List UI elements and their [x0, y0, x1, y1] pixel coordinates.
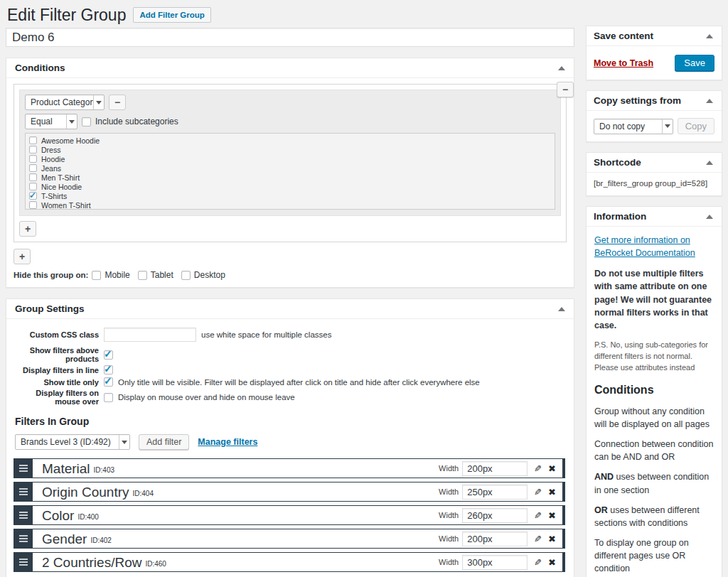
add-section-button[interactable]: + [14, 249, 31, 264]
collapse-icon[interactable] [706, 34, 713, 38]
width-input[interactable] [462, 485, 528, 500]
custom-css-input[interactable] [104, 328, 196, 342]
filter-id: ID:400 [77, 513, 98, 521]
drag-handle-icon[interactable] [14, 459, 33, 478]
category-item: Dress [29, 145, 551, 154]
edit-icon[interactable] [534, 558, 542, 567]
copy-from-select[interactable]: Do not copy [594, 119, 673, 134]
category-checkbox[interactable] [29, 173, 37, 181]
category-list: Awesome Hoodie Dress Hoodie Jeans [25, 133, 555, 210]
remove-section-button[interactable]: − [557, 82, 574, 97]
filter-row-material: Material ID:403 Width [14, 458, 565, 478]
hide-desktop-checkbox[interactable] [181, 271, 191, 280]
width-input[interactable] [462, 555, 528, 570]
add-filter-button[interactable]: Add filter [139, 434, 189, 450]
conditions-header: Conditions [6, 58, 574, 78]
save-content-box: Save content Move to Trash Save [586, 26, 722, 80]
filter-row-color: Color ID:400 Width [14, 505, 565, 525]
drag-handle-icon[interactable] [14, 506, 33, 524]
info-ps: P.S. No, using sub-categories for differ… [594, 340, 714, 374]
collapse-icon[interactable] [558, 66, 565, 70]
custom-css-row: Custom CSS class use white space for mul… [14, 328, 567, 342]
remove-icon[interactable] [548, 511, 556, 520]
filter-id: ID:403 [94, 466, 114, 474]
drag-handle-icon[interactable] [14, 553, 33, 571]
chevron-down-icon [93, 95, 104, 109]
category-checkbox[interactable] [29, 146, 37, 153]
copy-settings-header: Copy settings from [587, 91, 722, 111]
page-title: Edit Filter Group [7, 7, 126, 23]
filter-id: ID:402 [90, 536, 111, 544]
copy-button[interactable]: Copy [678, 118, 714, 134]
operator-select[interactable]: Equal [25, 114, 77, 129]
setting-row: Show filters above products [14, 346, 567, 363]
remove-icon[interactable] [548, 464, 556, 473]
hide-group-label: Hide this group on: [14, 271, 88, 279]
category-checkbox[interactable] [29, 155, 37, 163]
setting-row: Show title only Only title will be visib… [14, 377, 567, 387]
drag-handle-icon[interactable] [14, 482, 33, 501]
setting-row: Display filters in line [14, 365, 567, 375]
filter-id: ID:460 [145, 560, 166, 568]
category-checkbox[interactable] [29, 192, 37, 200]
display-filters-inline-checkbox[interactable] [104, 365, 113, 374]
save-button[interactable]: Save [675, 55, 714, 71]
conditions-metabox: Conditions − Product Category − [6, 58, 574, 288]
width-input[interactable] [462, 508, 528, 523]
add-condition-button[interactable]: + [19, 221, 36, 237]
filter-select[interactable]: Brands Level 3 (ID:492) [15, 434, 130, 450]
info-paragraph: OR uses between different sections with … [594, 504, 714, 529]
information-box: Information Get more information on BeRo… [586, 206, 722, 577]
edit-icon[interactable] [534, 487, 542, 497]
collapse-icon[interactable] [706, 161, 713, 165]
add-filter-group-button[interactable]: Add Filter Group [133, 7, 210, 23]
hide-group-row: Hide this group on: Mobile Tablet Deskto… [14, 270, 567, 280]
drag-handle-icon[interactable] [14, 529, 33, 548]
filter-row-gender: Gender ID:402 Width [14, 529, 565, 549]
width-input[interactable] [462, 532, 528, 546]
page-header: Edit Filter Group Add Filter Group [6, 4, 574, 26]
filter-row-2-countries: 2 Countries/Row ID:460 Width [14, 552, 565, 572]
category-checkbox[interactable] [29, 201, 37, 209]
collapse-icon[interactable] [706, 99, 713, 103]
remove-icon[interactable] [548, 558, 556, 567]
condition-section: − Product Category − Equal [14, 84, 567, 242]
copy-settings-box: Copy settings from Do not copy Copy [586, 90, 722, 142]
category-item: Jeans [29, 163, 551, 173]
condition-item: Product Category − Equal Include subcate… [19, 90, 561, 216]
category-checkbox[interactable] [29, 183, 37, 190]
info-paragraph: Connection between condition can be AND … [594, 438, 714, 463]
mouse-over-checkbox[interactable] [104, 393, 113, 402]
remove-icon[interactable] [548, 487, 556, 497]
group-name-input[interactable] [6, 28, 574, 47]
category-checkbox[interactable] [29, 164, 37, 172]
show-filters-above-checkbox[interactable] [104, 350, 113, 360]
remove-icon[interactable] [548, 534, 556, 544]
category-item: Hoodie [29, 154, 551, 163]
width-input[interactable] [462, 461, 528, 476]
category-item: T-Shirts [29, 191, 551, 200]
collapse-icon[interactable] [558, 307, 565, 311]
edit-icon[interactable] [534, 511, 542, 520]
main-column: Edit Filter Group Add Filter Group Condi… [6, 4, 574, 577]
include-subcategories-checkbox[interactable] [82, 117, 91, 126]
filter-id: ID:404 [133, 490, 154, 497]
hide-mobile-checkbox[interactable] [92, 271, 101, 280]
group-settings-metabox: Group Settings Custom CSS class use whit… [6, 298, 574, 577]
collapse-icon[interactable] [706, 215, 713, 219]
hide-tablet-checkbox[interactable] [138, 271, 147, 280]
edit-icon[interactable] [534, 464, 542, 473]
condition-type-select[interactable]: Product Category [25, 95, 105, 110]
setting-row: Display filters on mouse over Display on… [14, 389, 567, 406]
edit-icon[interactable] [534, 534, 542, 544]
show-title-only-checkbox[interactable] [104, 377, 113, 387]
group-settings-header: Group Settings [6, 299, 574, 319]
chevron-down-icon [119, 435, 129, 449]
remove-condition-button[interactable]: − [109, 95, 126, 110]
shortcode-box: Shortcode [br_filters_group group_id=528… [586, 152, 722, 196]
manage-filters-link[interactable]: Manage filters [198, 437, 257, 447]
category-checkbox[interactable] [29, 136, 37, 144]
documentation-link[interactable]: Get more information on BeRocket Documen… [594, 234, 714, 259]
move-to-trash-link[interactable]: Move to Trash [594, 58, 653, 68]
information-header: Information [587, 207, 722, 227]
